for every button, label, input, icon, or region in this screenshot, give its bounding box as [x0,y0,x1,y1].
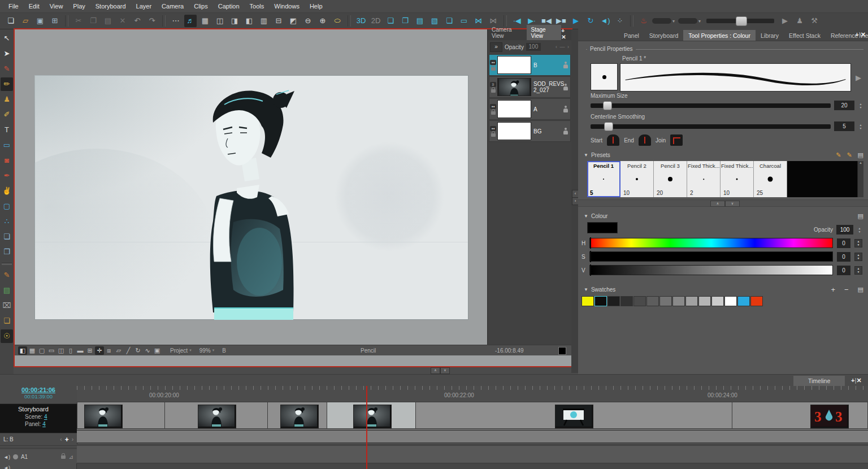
panel-tab[interactable]: Panel [619,30,644,41]
fields-icon[interactable]: ◫ [57,346,66,355]
collapse-triangle-icon[interactable]: ▼ [584,287,588,292]
rectangle-tool[interactable]: ▭ [1,138,13,152]
tab-camera-view[interactable]: Camera View [488,25,527,40]
slider-handle[interactable] [590,264,591,276]
BG[interactable]: ●● BG [489,120,571,142]
colour-opacity-value[interactable]: 100 [836,225,853,234]
menu-item[interactable]: Caption [213,1,245,11]
add-view-icon[interactable]: + [561,28,565,34]
storyboard-panel[interactable] [165,402,268,429]
play-icon[interactable]: ▶ [570,15,582,27]
new-panel-button[interactable]: ✎ [1,268,13,282]
eraser-tool[interactable]: ✐ [1,108,13,121]
colour-swatch[interactable] [594,296,607,306]
vertical-splitter[interactable]: ‹ › [571,29,578,373]
colour-swatch[interactable] [750,296,763,306]
current-colour-chip[interactable] [558,347,566,355]
transform-tool[interactable]: ➤ [1,47,13,60]
show-sound-icon[interactable]: ♬ [184,15,197,27]
cut-icon[interactable]: ✂ [72,15,85,27]
layer-name[interactable]: BG [533,128,563,134]
close-timeline-tab-icon[interactable]: ✕ [857,377,862,384]
marquee-select-tool[interactable]: ▢ [1,199,13,213]
spreadsheet-view-icon[interactable]: ⊟ [272,15,285,27]
volume-icon[interactable]: ◄) [599,15,611,27]
smart-add-panel-button[interactable]: ▤ [1,284,13,297]
menu-item[interactable]: Tools [245,1,270,11]
contour-editor-tool[interactable]: ∴ [1,215,13,228]
speaker-icon[interactable]: ◄) [3,465,10,469]
panel-tab[interactable]: Tool Properties : Colour [683,30,756,41]
preset-card[interactable]: Pencil 2 10 [620,161,654,197]
layer-visibility-icon[interactable]: ●● [490,104,496,109]
tool-size-slider[interactable] [706,19,774,23]
layer-visibility-icon[interactable]: ●● [490,60,496,65]
layer-visibility-icon[interactable]: ●● [490,126,496,131]
value-slider[interactable] [589,265,833,275]
lock-panel-button[interactable]: ❏ [1,314,13,328]
panel-thumbnail[interactable] [198,405,236,428]
presets-menu-icon[interactable]: ▤ [858,151,863,159]
dropper-tool[interactable]: ✒ [1,169,13,183]
next-layer-icon[interactable]: › [72,436,73,442]
split-panel-icon[interactable]: ⋈ [472,15,485,27]
undo-icon[interactable]: ↶ [131,15,144,27]
auto-light-table-button[interactable]: ☉ [1,329,13,343]
hue-slider[interactable] [589,238,833,248]
light-table-icon[interactable]: ⬭ [331,15,344,27]
list-view-icon[interactable]: ◨ [228,15,241,27]
filmstrip-view-icon[interactable]: ▥ [258,15,270,27]
panel-tool[interactable]: ❏ [1,230,13,244]
close-panel-tab-icon[interactable]: ✕ [861,31,866,38]
new-preset-icon[interactable]: ✎ [836,151,841,159]
zoom-in-icon[interactable]: ⊕ [316,15,329,27]
layer-lock-icon[interactable] [491,67,496,71]
pipeline-icon[interactable]: ⚒ [808,15,821,27]
thumbnails-icon[interactable]: ▦ [28,346,37,355]
layer-animate-icon[interactable] [563,62,568,68]
expand-up-icon[interactable]: ∧ [710,201,725,207]
toolbar-menu-icon[interactable]: ⋯ [170,15,182,27]
colour-swatch[interactable] [672,296,685,306]
max-size-value[interactable]: 20 [834,101,854,110]
letterbox-icon[interactable]: ▬ [76,346,85,355]
layer-animate-icon[interactable] [563,84,568,90]
axes-icon[interactable]: ✛ [95,346,104,355]
safe-area-icon[interactable]: ▢ [37,346,46,355]
delete-panel-icon[interactable]: ▭ [458,15,470,27]
value-spinner[interactable]: ▲▼ [854,266,862,275]
rotate-view-icon[interactable]: ↻ [133,346,142,355]
paint-tool[interactable]: ◙ [1,154,13,167]
stage-artwork[interactable] [34,75,468,320]
panel-thumbnail[interactable] [810,405,849,428]
menu-item[interactable]: View [45,1,68,11]
render-play-icon[interactable]: ▶ [779,15,791,27]
timeline-view-icon[interactable]: ◩ [287,15,300,27]
colour-swatch[interactable] [711,296,724,306]
colour-swatch[interactable] [633,296,646,306]
save-project-icon[interactable]: ▣ [34,15,46,27]
menu-item[interactable]: File [3,1,24,11]
thumbnails-view-icon[interactable]: ▦ [199,15,211,27]
colour-swatch[interactable] [737,296,750,306]
preview-area-icon[interactable]: ▯ [66,346,75,355]
scene-value[interactable]: 4 [44,414,47,420]
colour-menu-icon[interactable]: ▤ [858,212,863,220]
storyboard-panel[interactable] [77,402,165,429]
layer-thumbnail[interactable] [497,78,531,96]
colour-swatch[interactable] [659,296,672,306]
collapse-triangle-icon[interactable]: ▼ [584,153,588,158]
saturation-spinner[interactable]: ▲▼ [854,253,862,261]
split-view-icon[interactable]: ◧ [243,15,255,27]
context-dropdown[interactable]: Project [170,348,188,354]
opacity-spinner[interactable]: ▲▼ [857,227,862,233]
pencil-tool[interactable]: ✏ [1,77,13,91]
collapse-panel-icon[interactable]: » [490,42,502,52]
chevron-down-icon[interactable]: ▾ [698,19,701,24]
layer-name[interactable]: A [533,106,563,112]
ruler-icon[interactable]: ╱ [124,346,133,355]
layer-name[interactable]: B [533,62,563,68]
slider-handle[interactable] [603,101,612,110]
colour-swatch[interactable] [646,296,659,306]
remove-swatch-icon[interactable]: − [844,285,849,294]
